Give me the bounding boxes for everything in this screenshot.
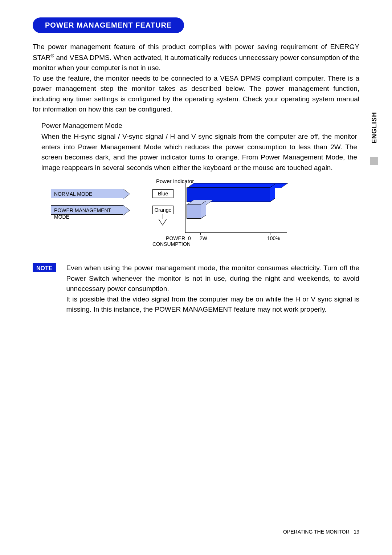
note-text: Even when using the power management mod… bbox=[66, 263, 359, 315]
arrow-head bbox=[159, 219, 166, 225]
section-header-pill: POWER MANAGEMENT FEATURE bbox=[33, 17, 184, 33]
intro-p1b: and VESA DPMS. When activated, it automa… bbox=[33, 54, 359, 72]
intro-paragraph-1: The power management feature of this pro… bbox=[33, 42, 359, 73]
language-tab: ENGLISH bbox=[369, 112, 379, 155]
language-tab-marker bbox=[370, 157, 378, 165]
power-consumption-label: POWERCONSUMPTION bbox=[152, 235, 185, 247]
normal-mode-arrow: NORMAL MODE bbox=[51, 189, 123, 198]
power-diagram: Power Indicator NORMAL MODE POWER MANAGE… bbox=[51, 178, 305, 251]
tick-100 bbox=[270, 232, 270, 235]
tick-label-0: 0 bbox=[188, 235, 191, 241]
language-tab-label: ENGLISH bbox=[371, 112, 378, 143]
footer-page: 19 bbox=[354, 529, 359, 535]
intro-p1a: The power management feature of this pro… bbox=[33, 43, 330, 50]
blue-indicator-box: Blue bbox=[152, 189, 173, 198]
tick-label-2w: 2W bbox=[200, 235, 207, 241]
intro-paragraph-2: To use the feature, the monitor needs to… bbox=[33, 73, 359, 115]
registered-icon: ® bbox=[50, 53, 54, 58]
mode-subsection: Power Management Mode When the H-sync si… bbox=[33, 121, 359, 173]
footer-section: OPERATING THE MONITOR bbox=[283, 529, 350, 535]
orange-indicator-box: Orange bbox=[152, 206, 173, 214]
mode-title: Power Management Mode bbox=[41, 121, 357, 131]
axis-vertical bbox=[185, 183, 185, 232]
note-badge: NOTE bbox=[33, 263, 56, 272]
pm-mode-arrow: POWER MANAGEMENT MODE bbox=[51, 205, 123, 215]
tick-2w bbox=[200, 232, 201, 235]
mode-body: When the H-sync signal / V-sync signal /… bbox=[41, 133, 357, 171]
tick-label-100: 100% bbox=[267, 235, 280, 241]
note-row: NOTE Even when using the power managemen… bbox=[33, 263, 359, 315]
note-p2: It is possible that the video signal fro… bbox=[66, 295, 359, 313]
power-indicator-label: Power Indicator bbox=[156, 178, 194, 184]
page-footer: OPERATING THE MONITOR 19 bbox=[283, 529, 359, 535]
note-p1: Even when using the power management mod… bbox=[66, 264, 359, 292]
